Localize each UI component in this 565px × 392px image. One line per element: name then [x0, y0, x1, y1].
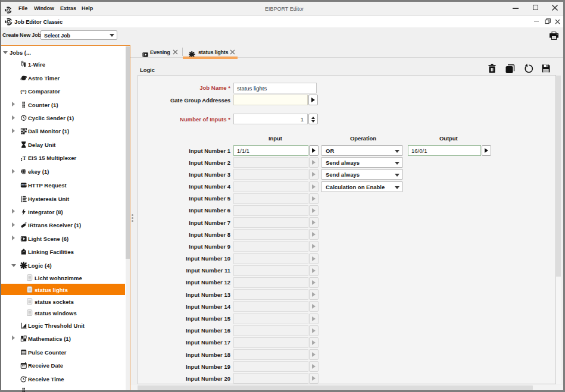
- svg-text:HTTP: HTTP: [21, 184, 27, 186]
- svg-text:T: T: [23, 155, 26, 161]
- svg-text:{=}: {=}: [20, 89, 27, 94]
